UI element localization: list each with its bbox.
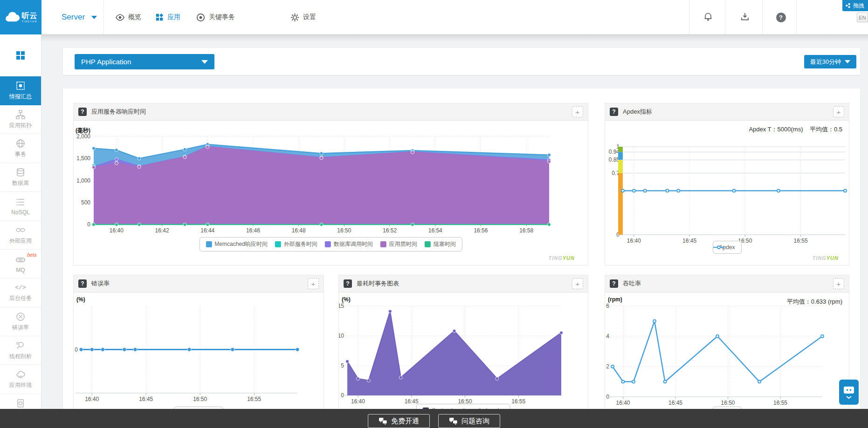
tab-applications[interactable]: 应用 xyxy=(155,0,180,34)
sidebar-item-mq[interactable]: beta MQ xyxy=(0,250,41,279)
sidebar-item-app-environment[interactable]: 应用环境 xyxy=(0,365,41,394)
svg-text:16:50: 16:50 xyxy=(193,396,207,402)
time-range-value: 最近30分钟 xyxy=(810,58,841,66)
svg-text:16:40: 16:40 xyxy=(351,398,365,405)
expand-icon[interactable]: + xyxy=(308,278,319,289)
drag-label: 拖拽 xyxy=(853,2,864,10)
apdex-chart[interactable]: 00.70.850.94116:4016:4516:5016:55 xyxy=(605,136,850,245)
expand-icon[interactable]: + xyxy=(572,278,583,289)
ask-question-button[interactable]: 问题咨询 xyxy=(438,414,500,428)
svg-text:16:45: 16:45 xyxy=(668,400,682,406)
line-marker-icon xyxy=(713,245,724,250)
tab-label: 关键事务 xyxy=(209,13,235,21)
help-badge-icon[interactable]: ? xyxy=(610,279,618,288)
tab-key-transactions[interactable]: 关键事务 xyxy=(196,0,235,34)
svg-text:16:45: 16:45 xyxy=(682,238,696,244)
svg-text:16:50: 16:50 xyxy=(721,400,735,406)
top-shadow xyxy=(0,34,868,42)
throughput-chart[interactable]: 024616:4016:4516:5016:55(rpm) xyxy=(605,294,850,406)
tab-overview[interactable]: 概览 xyxy=(115,0,141,34)
tab-label: 应用 xyxy=(167,13,180,21)
feedback-chat-icon xyxy=(842,385,855,400)
promo-footer-bar: 免费开通 问题咨询 xyxy=(0,409,868,428)
legend-item[interactable]: 阻塞时间 xyxy=(425,240,456,248)
panel-title: 吞吐率 xyxy=(623,279,641,288)
expand-icon[interactable]: + xyxy=(833,106,844,117)
legend-item[interactable]: Apdex xyxy=(719,244,735,251)
sidebar-item-external-apps[interactable]: 外部应用 xyxy=(0,221,41,250)
sidebar-item-thread-profiling[interactable]: 线程剖析 xyxy=(0,336,41,365)
panel-header: ? 最耗时事务图表 + xyxy=(339,275,588,292)
legend-item[interactable]: 数据库调用时间 xyxy=(325,240,373,248)
apdex-info: Apdex T：5000(ms) 平均值：0.5 xyxy=(749,125,842,134)
download-button[interactable] xyxy=(737,0,753,34)
slow-transactions-chart[interactable]: 05101516:4016:4516:5016:55(%) xyxy=(339,294,589,406)
error-circle-icon xyxy=(15,312,26,322)
sidebar-item-transactions[interactable]: 事务 xyxy=(0,134,41,163)
svg-text:16:40: 16:40 xyxy=(110,227,124,234)
svg-text:16:46: 16:46 xyxy=(246,227,260,234)
svg-text:16:40: 16:40 xyxy=(85,396,99,402)
sidebar-item-summary[interactable]: 情报汇总 xyxy=(0,76,41,105)
globe-icon xyxy=(15,138,26,149)
link-icon xyxy=(15,225,26,235)
panel-title: 最耗时事务图表 xyxy=(357,279,399,288)
error-rate-chart[interactable]: 016:4016:4516:5016:55(%) xyxy=(74,294,324,406)
divider xyxy=(796,0,797,34)
button-label: 免费开通 xyxy=(391,417,419,426)
tab-label: 设置 xyxy=(303,13,316,21)
bell-icon xyxy=(703,12,714,23)
svg-text:16:40: 16:40 xyxy=(616,400,630,406)
sidebar-item-error-rate[interactable]: 错误率 xyxy=(0,307,41,336)
svg-text:5: 5 xyxy=(341,362,344,369)
legend-item[interactable]: Memcached响应时间 xyxy=(206,240,267,248)
application-selector-dropdown[interactable]: PHP Application xyxy=(75,54,214,69)
brand-subname: TINGYUN xyxy=(22,20,38,23)
sidebar-item-nosql[interactable]: NoSQL xyxy=(0,192,41,221)
sidebar-item-label: NoSQL xyxy=(11,209,29,216)
legend-item[interactable]: 外部服务时间 xyxy=(275,240,317,248)
sidebar-item-background-tasks[interactable]: </> 后台任务 xyxy=(0,279,41,307)
feedback-widget-button[interactable] xyxy=(839,380,859,405)
svg-text:6: 6 xyxy=(606,303,609,309)
alerts-bell-button[interactable] xyxy=(700,0,716,34)
sidebar-item-database[interactable]: 数据库 xyxy=(0,163,41,192)
drag-handle-tab[interactable]: 拖拽 xyxy=(842,0,868,11)
svg-text:16:55: 16:55 xyxy=(794,238,808,244)
dashboard-icon xyxy=(15,81,26,91)
throughput-average: 平均值：0.633 (rpm) xyxy=(787,298,842,306)
svg-text:16:56: 16:56 xyxy=(474,227,488,234)
svg-text:16:55: 16:55 xyxy=(773,400,787,406)
panel-title: 错误率 xyxy=(91,279,110,288)
free-signup-button[interactable]: 免费开通 xyxy=(368,414,430,428)
list-icon xyxy=(15,197,26,207)
brand-name: 听云 xyxy=(22,12,38,20)
cloud-logo-icon xyxy=(4,11,20,24)
expand-icon[interactable]: + xyxy=(833,278,844,289)
magnifier-icon xyxy=(15,340,26,351)
svg-text:(%): (%) xyxy=(76,296,85,303)
help-badge-icon[interactable]: ? xyxy=(610,108,618,116)
tab-settings[interactable]: 设置 xyxy=(290,0,316,34)
button-label: 问题咨询 xyxy=(462,417,489,426)
sidebar-item-topology[interactable]: 应用拓扑 xyxy=(0,105,41,134)
tingyun-logo[interactable]: 听云 TINGYUN xyxy=(0,0,41,34)
time-range-dropdown[interactable]: 最近30分钟 xyxy=(804,55,856,68)
language-toggle-button[interactable]: EN xyxy=(857,13,868,22)
svg-text:0: 0 xyxy=(75,346,78,353)
help-badge-icon[interactable]: ? xyxy=(78,279,87,288)
help-badge-icon[interactable]: ? xyxy=(344,279,352,288)
svg-text:16:45: 16:45 xyxy=(139,396,153,402)
sidebar-apps-grid-button[interactable] xyxy=(0,34,41,76)
svg-text:0.85: 0.85 xyxy=(609,156,620,163)
help-badge-icon[interactable]: ? xyxy=(78,108,87,116)
svg-text:16:48: 16:48 xyxy=(292,227,306,234)
grid-icon xyxy=(15,50,26,61)
expand-icon[interactable]: + xyxy=(572,106,583,117)
server-product-dropdown[interactable]: Server xyxy=(62,0,97,34)
legend-item[interactable]: 应用层时间 xyxy=(380,240,417,248)
help-button[interactable]: ? xyxy=(772,0,789,34)
code-icon: </> xyxy=(15,283,26,292)
svg-text:16:50: 16:50 xyxy=(337,227,351,234)
response-time-chart[interactable]: 05001,0001,5002,00016:4016:4216:4416:461… xyxy=(74,126,589,238)
